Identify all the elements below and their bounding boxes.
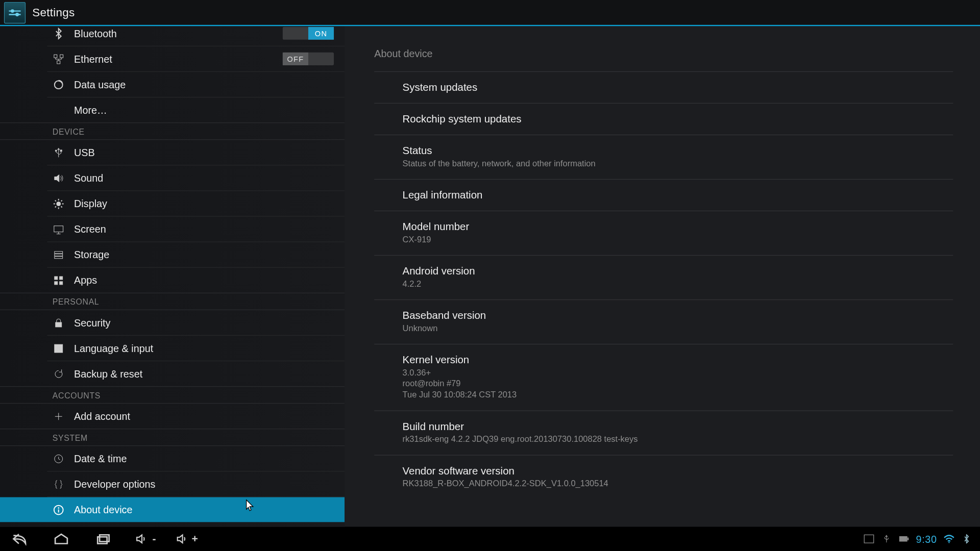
sidebar-item-language[interactable]: A Language & input: [0, 336, 345, 361]
svg-point-43: [948, 542, 949, 543]
sidebar-item-storage[interactable]: Storage: [0, 242, 345, 267]
bluetooth-status-icon: [961, 534, 972, 543]
row-model[interactable]: Model number CX-919: [374, 211, 953, 255]
language-icon: A: [53, 342, 65, 355]
svg-rect-41: [899, 536, 908, 542]
volume-down-button[interactable]: -: [133, 528, 156, 550]
sidebar-header-device: DEVICE: [0, 122, 345, 140]
svg-line-15: [55, 200, 56, 201]
status-tray[interactable]: 9:30: [864, 533, 972, 544]
svg-point-10: [57, 202, 61, 206]
svg-text:A: A: [57, 345, 61, 352]
sidebar-item-bluetooth[interactable]: Bluetooth ON: [0, 26, 345, 45]
svg-rect-29: [56, 322, 62, 327]
sidebar-item-backup[interactable]: Backup & reset: [0, 361, 345, 386]
battery-icon: [898, 534, 909, 543]
svg-rect-9: [60, 149, 62, 151]
sidebar-item-label: Security: [74, 317, 110, 328]
row-system-updates[interactable]: System updates: [374, 71, 953, 103]
sidebar-item-sound[interactable]: Sound: [0, 165, 345, 190]
braces-icon: [53, 478, 65, 490]
system-navbar: - + 9:30: [0, 527, 980, 551]
sidebar-item-label: Data usage: [74, 79, 126, 90]
sidebar-item-screen[interactable]: Screen: [0, 217, 345, 242]
svg-line-18: [61, 200, 62, 201]
row-baseband[interactable]: Baseband version Unknown: [374, 299, 953, 343]
sidebar-item-label: Apps: [74, 274, 97, 286]
sidebar-item-security[interactable]: Security: [0, 310, 345, 335]
svg-rect-4: [54, 54, 57, 57]
sidebar-item-more[interactable]: More…: [0, 97, 345, 122]
sound-icon: [53, 172, 65, 184]
page-title: Settings: [32, 6, 75, 19]
sidebar-item-usb[interactable]: USB: [0, 140, 345, 165]
row-status[interactable]: Status Status of the battery, network, a…: [374, 135, 953, 179]
svg-rect-19: [54, 226, 63, 232]
sidebar-item-ethernet[interactable]: Ethernet OFF: [0, 46, 345, 71]
sidebar-item-label: More…: [74, 104, 107, 115]
svg-rect-27: [55, 281, 58, 284]
plus-icon: [53, 410, 65, 422]
svg-rect-26: [60, 276, 63, 279]
row-rockchip-updates[interactable]: Rockchip system updates: [374, 103, 953, 135]
sidebar-item-label: Add account: [74, 410, 130, 421]
row-vendor[interactable]: Vendor software version RK3188_R-BOX_AND…: [374, 455, 953, 499]
display-icon: [53, 197, 65, 210]
svg-rect-23: [55, 254, 63, 256]
home-button[interactable]: [50, 528, 73, 550]
row-legal[interactable]: Legal information: [374, 179, 953, 211]
svg-line-17: [55, 206, 56, 207]
sidebar-item-label: Sound: [74, 172, 103, 184]
content-title: About device: [374, 42, 953, 71]
sidebar-item-add-account[interactable]: Add account: [0, 404, 345, 429]
sidebar-item-label: Date & time: [74, 453, 127, 464]
backup-icon: [53, 368, 65, 380]
sidebar-item-data-usage[interactable]: Data usage: [0, 72, 345, 97]
bluetooth-toggle[interactable]: ON: [283, 27, 334, 40]
lock-icon: [53, 316, 65, 329]
svg-point-8: [55, 149, 57, 151]
sidebar-item-datetime[interactable]: Date & time: [0, 446, 345, 471]
ethernet-icon: [53, 53, 65, 65]
row-kernel[interactable]: Kernel version 3.0.36+ root@robin #79 Tu…: [374, 343, 953, 410]
usb-icon: [53, 146, 65, 159]
usb-status-icon: [881, 534, 892, 543]
info-icon: [53, 504, 65, 516]
svg-line-16: [61, 206, 62, 207]
svg-rect-28: [60, 281, 63, 284]
svg-rect-6: [57, 60, 60, 63]
svg-rect-24: [55, 256, 63, 258]
clock-icon: [53, 453, 65, 465]
volume-up-button[interactable]: +: [175, 528, 198, 550]
sidebar-item-display[interactable]: Display: [0, 191, 345, 216]
sidebar-header-system: SYSTEM: [0, 429, 345, 446]
sidebar-header-personal: PERSONAL: [0, 293, 345, 310]
settings-sidebar: Bluetooth ON Ethernet OFF Data usage Mor…: [0, 26, 345, 527]
settings-app-icon: [4, 2, 26, 23]
sidebar-item-label: Storage: [74, 249, 109, 260]
sidebar-item-label: Backup & reset: [74, 368, 142, 379]
back-button[interactable]: [8, 528, 31, 550]
row-build[interactable]: Build number rk31sdk-eng 4.2.2 JDQ39 eng…: [374, 411, 953, 455]
sidebar-item-label: Developer options: [74, 479, 155, 490]
sidebar-item-apps[interactable]: Apps: [0, 268, 345, 293]
sidebar-item-label: Language & input: [74, 342, 153, 354]
sidebar-item-label: About device: [74, 504, 132, 515]
screenshot-icon: [864, 534, 874, 543]
svg-point-3: [16, 13, 18, 16]
sidebar-item-label: USB: [74, 146, 95, 158]
svg-rect-22: [55, 251, 63, 253]
row-android-version[interactable]: Android version 4.2.2: [374, 255, 953, 299]
content-pane: About device System updates Rockchip sys…: [345, 26, 980, 527]
svg-point-2: [11, 10, 14, 12]
sidebar-item-developer[interactable]: Developer options: [0, 471, 345, 496]
data-usage-icon: [53, 79, 65, 91]
svg-rect-5: [60, 54, 63, 57]
ethernet-toggle[interactable]: OFF: [283, 53, 334, 65]
sidebar-item-label: Ethernet: [74, 53, 112, 64]
sidebar-item-about[interactable]: About device: [0, 497, 345, 522]
sidebar-item-label: Bluetooth: [74, 28, 117, 39]
storage-icon: [53, 248, 65, 261]
recents-button[interactable]: [91, 528, 114, 550]
svg-rect-25: [55, 276, 58, 279]
